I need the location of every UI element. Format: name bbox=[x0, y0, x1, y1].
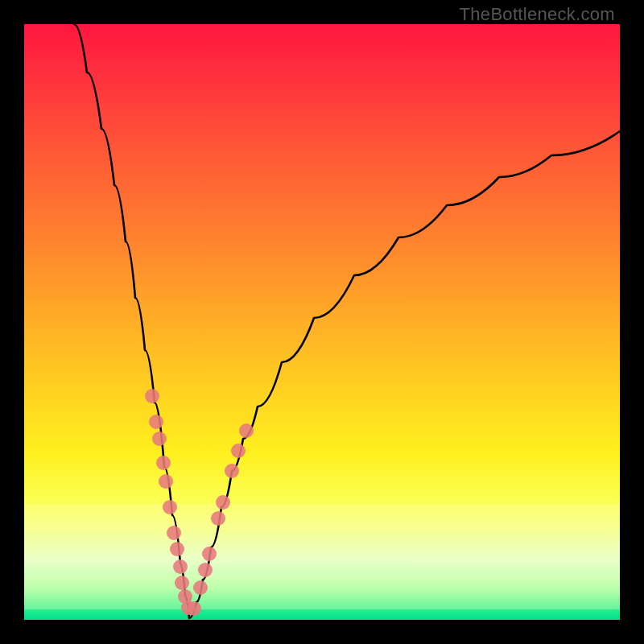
plot-area bbox=[24, 24, 620, 620]
sample-dot bbox=[173, 559, 188, 574]
sample-dot bbox=[225, 464, 239, 478]
sample-dot bbox=[152, 431, 167, 446]
sample-dot bbox=[159, 474, 173, 489]
sample-dot bbox=[163, 500, 177, 514]
curve-svg bbox=[24, 24, 620, 620]
bottleneck-curve bbox=[74, 24, 620, 618]
sample-dot bbox=[187, 601, 201, 616]
sample-dot bbox=[175, 576, 189, 590]
sample-dot bbox=[216, 495, 230, 510]
sample-dot bbox=[211, 511, 225, 526]
sample-dot bbox=[202, 547, 217, 561]
sample-dot bbox=[145, 389, 159, 403]
sample-dot bbox=[156, 456, 171, 470]
watermark-text: TheBottleneck.com bbox=[460, 4, 615, 25]
sample-dot bbox=[193, 580, 208, 595]
sample-dot bbox=[231, 444, 246, 458]
sample-dot bbox=[198, 563, 213, 577]
sample-dot bbox=[170, 542, 184, 556]
sample-dot bbox=[167, 526, 181, 540]
sample-dot bbox=[239, 423, 254, 438]
sample-dots bbox=[145, 389, 254, 616]
sample-dot bbox=[149, 415, 163, 429]
